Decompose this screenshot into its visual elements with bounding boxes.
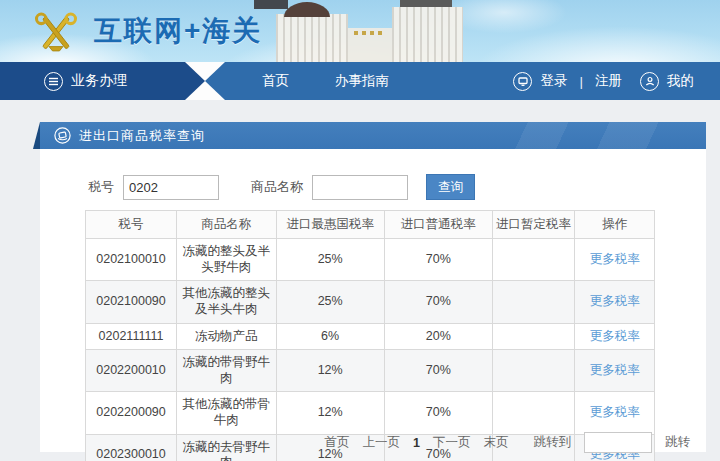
cell-tax-no: 0202200090 (86, 392, 177, 434)
cell-tax-no: 0202100010 (86, 239, 177, 281)
search-form: 税号 商品名称 查询 (88, 174, 475, 200)
cell-mfn-rate: 12% (276, 350, 384, 392)
page-last[interactable]: 末页 (484, 434, 509, 451)
cell-general-rate: 20% (384, 323, 492, 350)
cell-general-rate: 70% (384, 392, 492, 434)
cell-product-name: 冻动物产品 (177, 323, 277, 350)
section-title: 进出口商品税率查询 (79, 127, 205, 145)
login-register-divider: | (579, 74, 583, 89)
more-rates-link[interactable]: 更多税率 (590, 252, 640, 266)
cell-mfn-rate: 25% (276, 239, 384, 281)
more-rates-link[interactable]: 更多税率 (590, 405, 640, 419)
table-row: 0202200010冻藏的带骨野牛肉12%70%更多税率 (86, 350, 655, 392)
login-monitor-icon (513, 72, 532, 91)
cell-action: 更多税率 (575, 239, 655, 281)
pagination: 首页 上一页 1 下一页 末页 跳转到 跳转 (325, 432, 690, 453)
more-rates-link[interactable]: 更多税率 (590, 363, 640, 377)
search-button[interactable]: 查询 (426, 174, 475, 200)
cell-general-rate: 70% (384, 281, 492, 323)
header-tax-no: 税号 (86, 211, 177, 239)
jump-to-label: 跳转到 (534, 434, 572, 451)
cell-provisional-rate (492, 239, 575, 281)
header-product-name: 商品名称 (177, 211, 277, 239)
tax-no-input[interactable] (123, 175, 219, 200)
cell-general-rate: 70% (384, 350, 492, 392)
tax-query-icon (54, 127, 71, 144)
product-name-label: 商品名称 (251, 178, 303, 196)
nav-business-menu[interactable]: 业务办理 (0, 62, 205, 100)
more-rates-link[interactable]: 更多税率 (590, 329, 640, 343)
cell-general-rate: 70% (384, 239, 492, 281)
table-header-row: 税号 商品名称 进口最惠国税率 进口普通税率 进口暂定税率 操作 (86, 211, 655, 239)
table-row: 0202200090其他冻藏的带骨牛肉12%70%更多税率 (86, 392, 655, 434)
nav-link-home[interactable]: 首页 (262, 72, 289, 90)
nav-account-area: 登录 | 注册 我的 (513, 62, 694, 100)
cell-tax-no: 0202111111 (86, 323, 177, 350)
ribbon-fold (33, 122, 40, 149)
cell-provisional-rate (492, 392, 575, 434)
cell-mfn-rate: 6% (276, 323, 384, 350)
jump-button[interactable]: 跳转 (665, 434, 690, 451)
menu-icon (44, 72, 63, 91)
site-header: 互联网+海关 (0, 0, 720, 62)
my-account-link[interactable]: 我的 (667, 72, 694, 90)
register-link[interactable]: 注册 (595, 72, 622, 90)
cell-provisional-rate (492, 281, 575, 323)
tax-table-body: 0202100010冻藏的整头及半头野牛肉25%70%更多税率020210009… (86, 239, 655, 461)
tax-rate-table: 税号 商品名称 进口最惠国税率 进口普通税率 进口暂定税率 操作 0202100… (85, 210, 655, 461)
query-panel: 进出口商品税率查询 税号 商品名称 查询 税号 商品名称 进口最惠国税率 进口普… (40, 122, 706, 452)
header-action: 操作 (575, 211, 655, 239)
page-first[interactable]: 首页 (325, 434, 350, 451)
cell-action: 更多税率 (575, 392, 655, 434)
cell-action: 更多税率 (575, 323, 655, 350)
cell-action: 更多税率 (575, 281, 655, 323)
customs-emblem-icon (30, 8, 82, 54)
nav-link-guide[interactable]: 办事指南 (335, 72, 389, 90)
customs-building-image (248, 0, 463, 62)
jump-page-input[interactable] (584, 432, 652, 453)
cell-tax-no: 0202200010 (86, 350, 177, 392)
page-current: 1 (413, 436, 420, 450)
header-mfn-rate: 进口最惠国税率 (276, 211, 384, 239)
site-logo[interactable]: 互联网+海关 (30, 8, 262, 54)
main-nav: 业务办理 首页 办事指南 登录 | 注册 我的 (0, 62, 720, 100)
product-name-input[interactable] (312, 175, 408, 200)
tax-no-label: 税号 (88, 178, 114, 196)
cell-mfn-rate: 25% (276, 281, 384, 323)
nav-links: 首页 办事指南 (262, 62, 389, 100)
header-provisional-rate: 进口暂定税率 (492, 211, 575, 239)
section-title-bar: 进出口商品税率查询 (40, 122, 706, 149)
cell-product-name: 冻藏的去骨野牛肉 (177, 434, 277, 461)
page: 互联网+海关 业务办理 首页 办事指南 登录 | 注册 (0, 0, 720, 461)
table-row: 0202111111冻动物产品6%20%更多税率 (86, 323, 655, 350)
page-prev[interactable]: 上一页 (363, 434, 401, 451)
cell-product-name: 其他冻藏的带骨牛肉 (177, 392, 277, 434)
nav-business-label: 业务办理 (71, 72, 127, 90)
page-next[interactable]: 下一页 (433, 434, 471, 451)
cell-tax-no: 0202300010 (86, 434, 177, 461)
table-row: 0202100010冻藏的整头及半头野牛肉25%70%更多税率 (86, 239, 655, 281)
cell-product-name: 冻藏的整头及半头野牛肉 (177, 239, 277, 281)
more-rates-link[interactable]: 更多税率 (590, 294, 640, 308)
cell-provisional-rate (492, 350, 575, 392)
table-row: 0202100090其他冻藏的整头及半头牛肉25%70%更多税率 (86, 281, 655, 323)
site-title: 互联网+海关 (94, 12, 262, 50)
bar-streaks (446, 122, 706, 149)
cell-product-name: 冻藏的带骨野牛肉 (177, 350, 277, 392)
header-general-rate: 进口普通税率 (384, 211, 492, 239)
user-icon (640, 72, 659, 91)
cell-provisional-rate (492, 323, 575, 350)
cell-action: 更多税率 (575, 350, 655, 392)
cell-mfn-rate: 12% (276, 392, 384, 434)
login-link[interactable]: 登录 (540, 72, 567, 90)
cell-tax-no: 0202100090 (86, 281, 177, 323)
cell-product-name: 其他冻藏的整头及半头牛肉 (177, 281, 277, 323)
